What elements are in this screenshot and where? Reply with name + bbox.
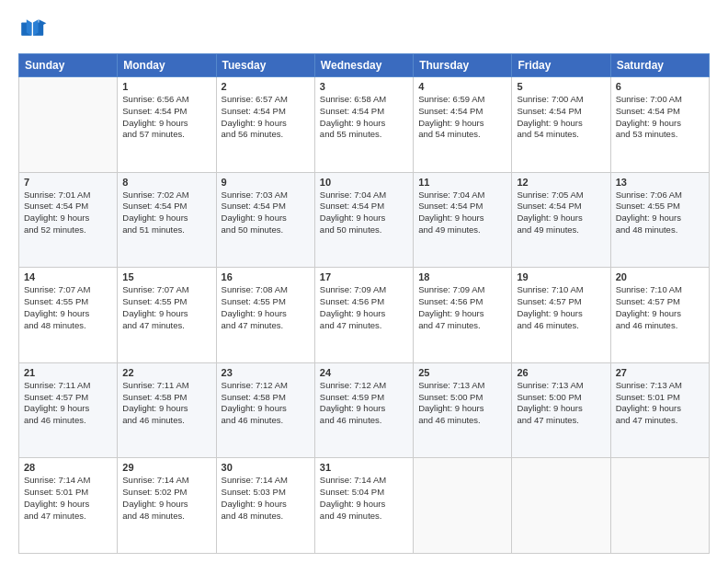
page: SundayMondayTuesdayWednesdayThursdayFrid… [0,0,728,563]
calendar-cell [414,458,512,554]
day-number: 26 [517,367,605,378]
day-number: 18 [418,271,506,282]
logo-icon [18,17,48,46]
weekday-header: Sunday [19,54,118,77]
day-number: 19 [517,271,605,282]
day-number: 7 [24,177,112,188]
day-number: 20 [616,271,704,282]
day-info: Sunrise: 7:12 AMSunset: 4:59 PMDaylight:… [320,380,408,427]
day-number: 24 [320,367,408,378]
calendar-week-row: 1Sunrise: 6:56 AMSunset: 4:54 PMDaylight… [19,77,710,173]
calendar-cell [610,458,709,554]
calendar-cell: 23Sunrise: 7:12 AMSunset: 4:58 PMDayligh… [216,362,314,458]
day-info: Sunrise: 7:07 AMSunset: 4:55 PMDaylight:… [122,284,210,331]
day-number: 1 [122,81,210,92]
day-info: Sunrise: 7:08 AMSunset: 4:55 PMDaylight:… [222,284,310,331]
day-info: Sunrise: 7:02 AMSunset: 4:54 PMDaylight:… [122,190,210,236]
calendar-cell: 11Sunrise: 7:04 AMSunset: 4:54 PMDayligh… [414,172,512,268]
day-info: Sunrise: 7:03 AMSunset: 4:54 PMDaylight:… [222,190,310,236]
day-number: 4 [418,81,506,92]
day-number: 28 [24,462,112,473]
day-number: 8 [122,177,210,188]
weekday-header: Thursday [414,54,512,77]
calendar-cell: 20Sunrise: 7:10 AMSunset: 4:57 PMDayligh… [610,268,709,363]
day-info: Sunrise: 7:14 AMSunset: 5:03 PMDaylight:… [222,475,310,522]
calendar-cell: 19Sunrise: 7:10 AMSunset: 4:57 PMDayligh… [512,268,610,363]
calendar-cell: 24Sunrise: 7:12 AMSunset: 4:59 PMDayligh… [314,362,413,458]
day-info: Sunrise: 7:04 AMSunset: 4:54 PMDaylight:… [320,190,408,236]
day-info: Sunrise: 7:10 AMSunset: 4:57 PMDaylight:… [616,284,704,331]
day-info: Sunrise: 7:01 AMSunset: 4:54 PMDaylight:… [24,190,112,236]
logo [18,17,51,46]
day-number: 14 [24,271,112,282]
calendar-week-row: 21Sunrise: 7:11 AMSunset: 4:57 PMDayligh… [19,362,710,458]
day-info: Sunrise: 7:09 AMSunset: 4:56 PMDaylight:… [320,284,408,331]
day-info: Sunrise: 7:13 AMSunset: 5:00 PMDaylight:… [517,380,605,427]
day-info: Sunrise: 7:13 AMSunset: 5:00 PMDaylight:… [418,380,506,427]
calendar-week-row: 7Sunrise: 7:01 AMSunset: 4:54 PMDaylight… [19,172,710,268]
day-info: Sunrise: 7:06 AMSunset: 4:55 PMDaylight:… [616,190,704,236]
day-info: Sunrise: 7:00 AMSunset: 4:54 PMDaylight:… [517,94,605,141]
day-info: Sunrise: 7:14 AMSunset: 5:02 PMDaylight:… [122,475,210,522]
day-number: 31 [320,462,408,473]
day-number: 9 [222,177,310,188]
day-info: Sunrise: 7:04 AMSunset: 4:54 PMDaylight:… [418,190,506,236]
calendar-week-row: 14Sunrise: 7:07 AMSunset: 4:55 PMDayligh… [19,268,710,363]
day-info: Sunrise: 7:14 AMSunset: 5:04 PMDaylight:… [320,475,408,522]
day-info: Sunrise: 6:57 AMSunset: 4:54 PMDaylight:… [222,94,310,141]
day-info: Sunrise: 7:11 AMSunset: 4:57 PMDaylight:… [24,380,112,427]
day-number: 17 [320,271,408,282]
day-number: 25 [418,367,506,378]
calendar-cell: 18Sunrise: 7:09 AMSunset: 4:56 PMDayligh… [414,268,512,363]
day-info: Sunrise: 7:12 AMSunset: 4:58 PMDaylight:… [222,380,310,427]
calendar-cell: 3Sunrise: 6:58 AMSunset: 4:54 PMDaylight… [314,77,413,173]
day-info: Sunrise: 7:05 AMSunset: 4:54 PMDaylight:… [517,190,605,236]
day-number: 10 [320,177,408,188]
day-info: Sunrise: 6:58 AMSunset: 4:54 PMDaylight:… [320,94,408,141]
day-number: 12 [517,177,605,188]
calendar-cell: 21Sunrise: 7:11 AMSunset: 4:57 PMDayligh… [19,362,118,458]
calendar-cell: 28Sunrise: 7:14 AMSunset: 5:01 PMDayligh… [19,458,118,554]
calendar-header-row: SundayMondayTuesdayWednesdayThursdayFrid… [19,54,710,77]
calendar-cell: 7Sunrise: 7:01 AMSunset: 4:54 PMDaylight… [19,172,118,268]
calendar-cell: 25Sunrise: 7:13 AMSunset: 5:00 PMDayligh… [414,362,512,458]
day-number: 30 [222,462,310,473]
day-number: 11 [418,177,506,188]
calendar-cell: 22Sunrise: 7:11 AMSunset: 4:58 PMDayligh… [118,362,216,458]
weekday-header: Saturday [610,54,709,77]
calendar-cell: 26Sunrise: 7:13 AMSunset: 5:00 PMDayligh… [512,362,610,458]
calendar-cell: 10Sunrise: 7:04 AMSunset: 4:54 PMDayligh… [314,172,413,268]
weekday-header: Monday [118,54,216,77]
day-number: 15 [122,271,210,282]
calendar-cell: 30Sunrise: 7:14 AMSunset: 5:03 PMDayligh… [216,458,314,554]
calendar-cell: 12Sunrise: 7:05 AMSunset: 4:54 PMDayligh… [512,172,610,268]
day-number: 13 [616,177,704,188]
day-number: 6 [616,81,704,92]
day-info: Sunrise: 7:09 AMSunset: 4:56 PMDaylight:… [418,284,506,331]
calendar-cell: 13Sunrise: 7:06 AMSunset: 4:55 PMDayligh… [610,172,709,268]
calendar-cell: 6Sunrise: 7:00 AMSunset: 4:54 PMDaylight… [610,77,709,173]
calendar-cell [512,458,610,554]
calendar-cell: 31Sunrise: 7:14 AMSunset: 5:04 PMDayligh… [314,458,413,554]
day-info: Sunrise: 7:11 AMSunset: 4:58 PMDaylight:… [122,380,210,427]
calendar-cell: 14Sunrise: 7:07 AMSunset: 4:55 PMDayligh… [19,268,118,363]
calendar-cell: 16Sunrise: 7:08 AMSunset: 4:55 PMDayligh… [216,268,314,363]
day-info: Sunrise: 7:07 AMSunset: 4:55 PMDaylight:… [24,284,112,331]
calendar-cell: 2Sunrise: 6:57 AMSunset: 4:54 PMDaylight… [216,77,314,173]
day-info: Sunrise: 7:14 AMSunset: 5:01 PMDaylight:… [24,475,112,522]
day-info: Sunrise: 7:10 AMSunset: 4:57 PMDaylight:… [517,284,605,331]
calendar-table: SundayMondayTuesdayWednesdayThursdayFrid… [18,53,710,554]
day-number: 21 [24,367,112,378]
calendar-cell: 15Sunrise: 7:07 AMSunset: 4:55 PMDayligh… [118,268,216,363]
weekday-header: Tuesday [216,54,314,77]
day-number: 22 [122,367,210,378]
day-number: 5 [517,81,605,92]
day-number: 29 [122,462,210,473]
weekday-header: Wednesday [314,54,413,77]
calendar-cell: 5Sunrise: 7:00 AMSunset: 4:54 PMDaylight… [512,77,610,173]
calendar-cell: 1Sunrise: 6:56 AMSunset: 4:54 PMDaylight… [118,77,216,173]
calendar-cell: 9Sunrise: 7:03 AMSunset: 4:54 PMDaylight… [216,172,314,268]
day-info: Sunrise: 6:59 AMSunset: 4:54 PMDaylight:… [418,94,506,141]
calendar-cell: 27Sunrise: 7:13 AMSunset: 5:01 PMDayligh… [610,362,709,458]
header [18,17,710,46]
